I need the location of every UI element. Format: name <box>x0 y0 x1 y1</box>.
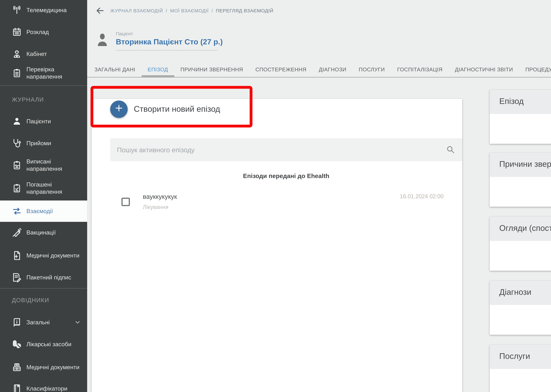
sidebar-item-referral-check[interactable]: Перевірка направлення <box>0 63 87 83</box>
sidebar-item-patients[interactable]: Пацієнти <box>0 114 87 129</box>
book-info-icon <box>12 317 22 327</box>
episode-search-input[interactable] <box>117 138 440 161</box>
sidebar-item-general-directories[interactable]: Загальні <box>0 315 87 330</box>
file-plus-icon <box>12 251 22 260</box>
sidebar-item-label: Телемедицина <box>26 7 80 14</box>
stethoscope-icon <box>12 138 22 148</box>
sidebar-item-vaccinations[interactable]: Вакцинації <box>0 225 87 240</box>
tabs-bottom-border <box>87 77 551 77</box>
panel-encounter-reasons: Причини звернення Причини звернення ще н… <box>490 153 551 207</box>
file-signature-icon <box>12 272 22 282</box>
sidebar-section-journals: ЖУРНАЛИ <box>12 96 44 103</box>
sidebar-item-label: Розклад <box>26 28 80 36</box>
panel-observations-header[interactable]: Огляди (спостереження) <box>490 217 551 241</box>
sidebar-item-label: Лікарські засоби <box>26 341 80 348</box>
plus-icon <box>115 104 123 115</box>
patient-label: Пацієнт <box>116 31 133 36</box>
sidebar-item-medical-documents[interactable]: Медичні документи <box>0 246 87 265</box>
sidebar-divider <box>0 85 87 86</box>
sidebar-section-directories: ДОВІДНИКИ <box>12 297 49 303</box>
sidebar-item-batch-signature[interactable]: Пакетний підпис <box>0 270 87 285</box>
archive-icon <box>12 362 22 372</box>
patient-underline <box>116 50 218 50</box>
tab-procedures[interactable]: ПРОЦЕДУРИ <box>519 62 551 77</box>
panel-diagnoses: Діагнози Діагнози ще не додані <box>490 281 551 335</box>
clipboard-list-icon <box>12 68 22 78</box>
sidebar-item-redeemed-referrals[interactable]: Погашені направлення <box>0 179 87 198</box>
sidebar-item-appointments[interactable]: Прийоми <box>0 136 87 151</box>
tab-diagnoses[interactable]: ДІАГНОЗИ <box>313 62 353 77</box>
patient-avatar <box>97 33 108 47</box>
panel-episode-header[interactable]: Епізод <box>490 90 551 114</box>
panel-title: Послуги <box>499 352 530 361</box>
book-icon <box>12 384 22 392</box>
breadcrumb-separator: / <box>211 8 213 14</box>
sidebar-item-cabinet[interactable]: Кабінет <box>0 47 87 61</box>
syringe-icon <box>12 227 22 238</box>
tab-diagnostic-reports[interactable]: ДІАГНОСТИЧНІ ЗВІТИ <box>449 62 519 77</box>
sidebar-item-label: Пакетний підпис <box>26 274 80 281</box>
breadcrumb-separator: / <box>166 8 167 14</box>
panel-title: Діагнози <box>499 287 531 297</box>
panel-body: Послуги ще не додані <box>490 369 551 392</box>
back-arrow-icon[interactable] <box>95 6 105 15</box>
antenna-icon <box>12 5 22 15</box>
panel-body: Спостереження ще не додані <box>490 241 551 271</box>
breadcrumb-current: ПЕРЕГЛЯД ВЗАЄМОДІЙ <box>216 8 273 14</box>
sidebar-item-schedule[interactable]: Розклад <box>0 25 87 39</box>
sidebar-item-issued-referrals[interactable]: Виписані направлення <box>0 155 87 175</box>
sidebar-item-label: Пацієнти <box>26 118 80 125</box>
clipboard-pulse-icon <box>12 160 22 170</box>
tab-encounter-reasons[interactable]: ПРИЧИНИ ЗВЕРНЕННЯ <box>174 62 249 77</box>
breadcrumb-link-my-interactions[interactable]: МОЇ ВЗАЄМОДІЇ <box>170 8 209 14</box>
sidebar-item-medical-documents-directory[interactable]: Медичні документи <box>0 358 87 377</box>
sidebar-item-label: Перевірка направлення <box>26 66 80 80</box>
create-episode-label[interactable]: Створити новий епізод <box>134 105 220 113</box>
panel-title: Причини звернення <box>499 160 551 168</box>
pills-icon <box>12 339 22 349</box>
search-icon[interactable] <box>446 145 455 154</box>
sidebar-item-label: Взаємодії <box>26 208 80 215</box>
sidebar-item-telemedicine[interactable]: Телемедицина <box>0 3 87 18</box>
create-episode-button[interactable] <box>110 100 128 118</box>
panel-diagnoses-header[interactable]: Діагнози <box>490 281 551 305</box>
sidebar-item-classifiers[interactable]: Класифікатори <box>0 381 87 392</box>
tab-hospitalization[interactable]: ГОСПІТАЛІЗАЦІЯ <box>391 62 449 77</box>
sidebar-item-label: Погашені направлення <box>26 181 80 196</box>
patient-name-link[interactable]: Вторинка Пацієнт Сто (27 р.) <box>116 38 223 46</box>
sidebar-item-label: Медичні документи <box>26 364 80 371</box>
panel-title: Епізод <box>499 97 524 105</box>
app-window: Телемедицина Розклад Кабінет Перевірка н… <box>0 0 551 392</box>
clipboard-check-icon <box>12 183 22 193</box>
ehealth-note: Епізоди передані до Ehealth <box>110 172 462 179</box>
swap-arrows-icon <box>12 206 22 216</box>
panel-body: Епізод відсутній <box>490 114 551 144</box>
episode-name[interactable]: вауккукукук <box>143 193 177 200</box>
chevron-down-icon <box>74 319 81 326</box>
person-icon <box>12 116 22 126</box>
tab-observations[interactable]: СПОСТЕРЕЖЕННЯ <box>249 62 313 77</box>
doctor-icon <box>12 49 22 59</box>
tab-general-data[interactable]: ЗАГАЛЬНІ ДАНІ <box>88 62 142 77</box>
panel-title: Огляди (спостереження) <box>499 224 551 232</box>
panel-encounter-reasons-header[interactable]: Причини звернення <box>490 153 551 177</box>
sidebar-item-label: Медичні документи <box>26 252 80 259</box>
calendar-icon <box>12 27 22 37</box>
sidebar-item-interactions[interactable]: Взаємодії <box>0 200 87 222</box>
tabs-bar: ЗАГАЛЬНІ ДАНІ ЕПІЗОД ПРИЧИНИ ЗВЕРНЕННЯ С… <box>88 62 551 77</box>
sidebar-item-label: Прийоми <box>26 140 80 147</box>
active-tab-indicator <box>142 75 174 77</box>
episode-search-box <box>110 138 462 161</box>
sidebar-item-label: Виписані направлення <box>26 158 80 173</box>
panel-services: Послуги Послуги ще не додані <box>490 345 551 392</box>
breadcrumb: ЖУРНАЛ ВЗАЄМОДІЙ / МОЇ ВЗАЄМОДІЇ / ПЕРЕГ… <box>110 8 273 14</box>
panel-services-header[interactable]: Послуги <box>490 345 551 369</box>
episode-type: Лікування <box>143 204 168 210</box>
breadcrumb-link-journal[interactable]: ЖУРНАЛ ВЗАЄМОДІЙ <box>110 8 163 14</box>
tab-episode[interactable]: ЕПІЗОД <box>142 62 174 77</box>
sidebar-item-medicines[interactable]: Лікарські засоби <box>0 337 87 352</box>
episode-checkbox[interactable] <box>122 198 130 206</box>
sidebar-divider <box>0 288 87 289</box>
tab-services[interactable]: ПОСЛУГИ <box>353 62 391 77</box>
episode-date: 16.01.2024 02:00 <box>400 193 443 199</box>
